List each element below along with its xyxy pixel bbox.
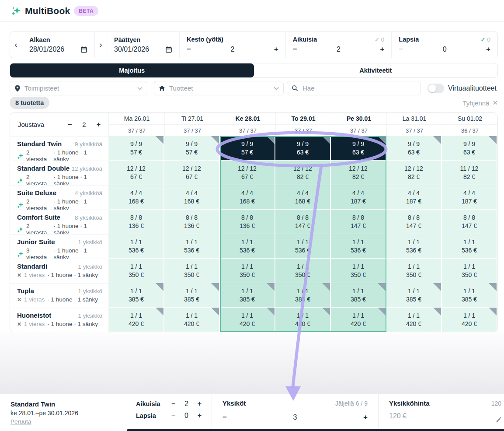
flexible-plus-button[interactable]: + <box>97 121 101 129</box>
footer-adults-plus-button[interactable]: + <box>194 400 205 408</box>
availability-price-cell[interactable]: 12 / 1267 € <box>109 161 164 185</box>
availability-price-cell[interactable]: 1 / 1420 € <box>220 308 275 332</box>
calendar-icon[interactable] <box>80 46 87 53</box>
cell-price: 385 € <box>462 296 477 303</box>
calendar-icon[interactable] <box>165 46 172 53</box>
adults-minus-button[interactable]: − <box>293 45 297 54</box>
availability-price-cell[interactable]: 1 / 1536 € <box>275 234 331 259</box>
availability-price-cell[interactable]: 12 / 1267 € <box>220 161 275 185</box>
duration-minus-button[interactable]: − <box>187 45 191 54</box>
availability-price-cell[interactable]: 4 / 4187 € <box>331 185 386 210</box>
search-input[interactable] <box>302 84 416 92</box>
availability-price-cell[interactable]: 1 / 1385 € <box>220 283 275 308</box>
edit-pencil-icon[interactable] <box>496 417 501 423</box>
footer-adults-minus-button[interactable]: − <box>167 400 179 408</box>
cell-availability: 9 / 9 <box>408 140 420 148</box>
availability-price-cell[interactable]: 9 / 957 € <box>220 136 275 161</box>
availability-price-cell[interactable]: 9 / 957 € <box>164 136 220 161</box>
cell-price: 168 € <box>129 198 144 205</box>
locations-select[interactable]: Toimipisteet <box>10 81 147 95</box>
tab-activities[interactable]: Aktiviteetit <box>254 63 498 77</box>
units-minus-button[interactable]: − <box>222 413 227 422</box>
availability-price-cell[interactable]: 1 / 1350 € <box>331 259 386 283</box>
availability-price-cell[interactable]: 1 / 1350 € <box>275 259 331 283</box>
children-plus-button[interactable]: + <box>486 45 490 54</box>
availability-price-cell[interactable]: 8 / 8147 € <box>275 210 331 234</box>
product-name: Tupla <box>17 287 34 294</box>
cell-availability: 11 / 12 <box>460 165 479 172</box>
unit-price-value[interactable]: 120 € <box>389 412 501 420</box>
tab-accommodation[interactable]: Majoitus <box>10 63 254 77</box>
availability-price-cell[interactable]: 1 / 1350 € <box>109 259 164 283</box>
availability-price-cell[interactable]: 4 / 4168 € <box>109 185 164 210</box>
cell-price: 136 € <box>129 222 144 230</box>
availability-price-cell[interactable]: 4 / 4187 € <box>442 185 497 210</box>
clear-selection-button[interactable]: Tyhjennä ✕ <box>463 99 498 107</box>
cell-availability: 1 / 1 <box>130 312 142 319</box>
duration-plus-button[interactable]: + <box>274 45 278 54</box>
availability-price-cell[interactable]: 1 / 1350 € <box>164 259 220 283</box>
availability-price-cell[interactable]: 4 / 4168 € <box>275 185 331 210</box>
availability-price-cell[interactable]: 1 / 1350 € <box>386 259 442 283</box>
cell-price: 82 € <box>352 173 364 181</box>
availability-price-cell[interactable]: 1 / 1536 € <box>220 234 275 259</box>
adults-plus-button[interactable]: + <box>380 45 384 54</box>
footer-children-plus-button[interactable]: + <box>194 412 205 420</box>
start-date-field[interactable]: Alkaen 28/01/2026 <box>22 32 95 58</box>
availability-price-cell[interactable]: 8 / 8147 € <box>386 210 442 234</box>
availability-price-cell[interactable]: 4 / 4168 € <box>164 185 220 210</box>
availability-price-cell[interactable]: 9 / 963 € <box>331 136 386 161</box>
availability-price-cell[interactable]: 11 / 1282 € <box>442 161 497 185</box>
virtual-products-toggle[interactable] <box>428 84 444 93</box>
availability-price-cell[interactable]: 8 / 8147 € <box>442 210 497 234</box>
availability-price-cell[interactable]: 8 / 8147 € <box>331 210 386 234</box>
cell-price: 536 € <box>129 247 144 254</box>
availability-price-cell[interactable]: 1 / 1385 € <box>442 283 497 308</box>
availability-price-cell[interactable]: 1 / 1420 € <box>164 308 220 332</box>
availability-price-cell[interactable]: 4 / 4168 € <box>220 185 275 210</box>
availability-price-cell[interactable]: 1 / 1385 € <box>275 283 331 308</box>
children-minus-button[interactable]: − <box>399 45 403 54</box>
cancel-link[interactable]: Peruuta <box>10 418 31 425</box>
products-select[interactable]: Tuotteet <box>154 81 284 95</box>
flexible-stepper: −2+ <box>68 121 101 129</box>
availability-price-cell[interactable]: 1 / 1420 € <box>386 308 442 332</box>
availability-price-cell[interactable]: 1 / 1385 € <box>331 283 386 308</box>
availability-price-cell[interactable]: 1 / 1420 € <box>275 308 331 332</box>
availability-price-cell[interactable]: 12 / 1282 € <box>386 161 442 185</box>
availability-price-cell[interactable]: 1 / 1536 € <box>109 234 164 259</box>
availability-price-cell[interactable]: 8 / 8136 € <box>164 210 220 234</box>
availability-price-cell[interactable]: 9 / 963 € <box>442 136 497 161</box>
prev-day-button[interactable]: ‹ <box>10 32 22 58</box>
end-date-field[interactable]: Päättyen 30/01/2026 <box>107 32 180 58</box>
units-plus-button[interactable]: + <box>363 413 368 422</box>
availability-price-cell[interactable]: 1 / 1350 € <box>220 259 275 283</box>
availability-price-cell[interactable]: 1 / 1536 € <box>331 234 386 259</box>
availability-price-cell[interactable]: 9 / 957 € <box>109 136 164 161</box>
availability-price-cell[interactable]: 9 / 963 € <box>386 136 442 161</box>
availability-price-cell[interactable]: 1 / 1350 € <box>442 259 497 283</box>
availability-price-cell[interactable]: 1 / 1536 € <box>386 234 442 259</box>
availability-price-cell[interactable]: 4 / 4187 € <box>386 185 442 210</box>
cell-price: 63 € <box>408 149 420 156</box>
availability-price-cell[interactable]: 1 / 1385 € <box>109 283 164 308</box>
cell-price: 136 € <box>184 222 199 230</box>
availability-price-cell[interactable]: 1 / 1420 € <box>109 308 164 332</box>
cell-availability: 1 / 1 <box>186 263 198 270</box>
next-day-button[interactable]: › <box>95 32 107 58</box>
availability-price-cell[interactable]: 1 / 1385 € <box>386 283 442 308</box>
availability-price-cell[interactable]: 1 / 1385 € <box>164 283 220 308</box>
availability-price-cell[interactable]: 1 / 1536 € <box>442 234 497 259</box>
availability-price-cell[interactable]: 1 / 1420 € <box>442 308 497 332</box>
availability-price-cell[interactable]: 8 / 8136 € <box>220 210 275 234</box>
guests-sparkle-icon <box>17 251 24 257</box>
availability-price-cell[interactable]: 1 / 1420 € <box>331 308 386 332</box>
flexible-minus-button[interactable]: − <box>68 121 72 129</box>
availability-price-cell[interactable]: 9 / 963 € <box>275 136 331 161</box>
availability-price-cell[interactable]: 1 / 1536 € <box>164 234 220 259</box>
footer-children-minus-button[interactable]: − <box>167 412 179 420</box>
availability-price-cell[interactable]: 12 / 1267 € <box>164 161 220 185</box>
availability-price-cell[interactable]: 12 / 1282 € <box>331 161 386 185</box>
availability-price-cell[interactable]: 12 / 1282 € <box>275 161 331 185</box>
availability-price-cell[interactable]: 8 / 8136 € <box>109 210 164 234</box>
